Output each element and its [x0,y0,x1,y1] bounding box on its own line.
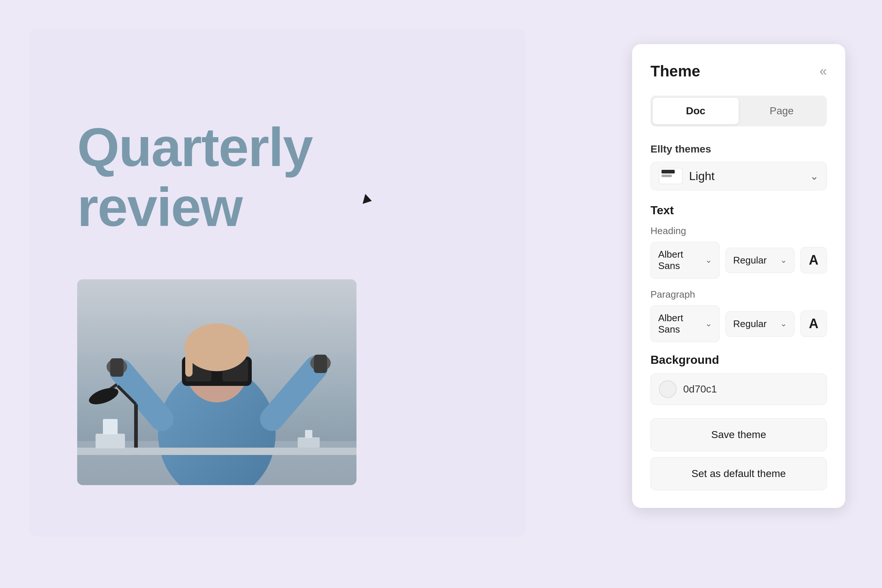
heading-font-row: Albert Sans ⌄ Regular ⌄ A [651,242,827,279]
panel-title: Theme [651,63,700,80]
image-inner [77,279,357,485]
heading-weight-chevron-icon: ⌄ [780,255,787,265]
preview-card: Quarterly review [29,29,525,537]
paragraph-weight-chevron-icon: ⌄ [780,319,787,328]
theme-panel: Theme « Doc Page Ellty themes Light ⌄ [632,44,845,508]
svg-rect-15 [314,355,327,373]
theme-panel-header: Theme « [651,63,827,80]
paragraph-font-dropdown[interactable]: Albert Sans ⌄ [651,305,720,342]
document-heading: Quarterly review [77,118,312,237]
vr-image-svg [77,279,357,485]
tab-page[interactable]: Page [739,98,825,124]
heading-color-button[interactable]: A [800,247,827,273]
heading-font-chevron-icon: ⌄ [705,255,712,265]
svg-rect-21 [96,434,125,448]
tab-doc[interactable]: Doc [652,98,739,124]
text-section: Text Heading Albert Sans ⌄ Regular ⌄ A P… [651,204,827,342]
svg-rect-20 [77,448,357,455]
collapse-button[interactable]: « [819,64,827,78]
save-theme-button[interactable]: Save theme [651,418,827,451]
background-label: Background [651,353,827,367]
theme-dropdown-left: Light [659,168,714,184]
preview-header-bar [662,170,675,174]
svg-rect-23 [298,437,320,448]
paragraph-label: Paragraph [651,289,827,300]
app-container: Quarterly review [0,0,882,588]
ellty-themes-section: Ellty themes Light ⌄ [651,143,827,190]
bg-color-input-row[interactable]: 0d70c1 [651,374,827,405]
heading-font-dropdown[interactable]: Albert Sans ⌄ [651,242,720,279]
set-default-theme-button[interactable]: Set as default theme [651,457,827,490]
document-image [77,279,357,485]
svg-rect-24 [305,430,312,438]
paragraph-color-button[interactable]: A [800,310,827,337]
preview-body-bar [662,175,672,177]
ellty-themes-label: Ellty themes [651,143,827,155]
selected-theme-label: Light [689,170,714,183]
svg-rect-12 [110,358,123,376]
svg-point-8 [184,323,249,371]
theme-dropdown[interactable]: Light ⌄ [651,162,827,190]
doc-page-toggle: Doc Page [651,96,827,126]
chevron-down-icon: ⌄ [810,170,818,182]
paragraph-font-chevron-icon: ⌄ [705,319,712,328]
bg-color-value: 0d70c1 [683,383,717,395]
svg-rect-9 [185,347,193,376]
svg-rect-22 [103,419,118,434]
background-section: Background 0d70c1 [651,353,827,405]
heading-weight-dropdown[interactable]: Regular ⌄ [726,248,795,273]
bg-color-swatch [659,380,676,398]
paragraph-font-row: Albert Sans ⌄ Regular ⌄ A [651,305,827,342]
text-section-title: Text [651,204,827,217]
paragraph-weight-dropdown[interactable]: Regular ⌄ [726,311,795,337]
theme-preview-icon [659,168,682,184]
heading-label: Heading [651,225,827,237]
